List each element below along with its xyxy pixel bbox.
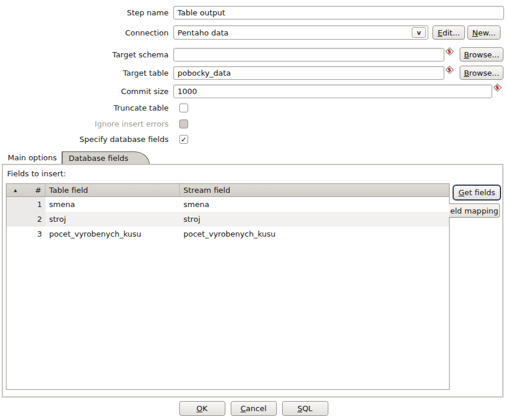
ignore-insert-errors-checkbox [179, 119, 188, 128]
commit-size-input[interactable] [173, 85, 492, 98]
tab-tail-decoration [134, 151, 150, 164]
table-row[interactable]: 2 stroj stroj [7, 212, 449, 227]
row-number: 1 [24, 197, 46, 212]
target-table-input[interactable] [173, 66, 444, 80]
new-connection-button[interactable]: New... [467, 25, 500, 40]
variable-diamond-icon: $ [445, 66, 454, 74]
enter-field-mapping-button[interactable]: eld mapping [449, 203, 500, 218]
ok-button[interactable]: OK [179, 401, 225, 416]
connection-value: Pentaho data [177, 28, 228, 37]
variable-diamond-icon: $ [493, 83, 502, 92]
truncate-table-checkbox[interactable] [179, 104, 188, 112]
target-schema-input[interactable] [173, 48, 444, 62]
target-table-label: Target table [0, 69, 173, 77]
stream-field-cell[interactable]: stroj [180, 212, 449, 227]
cancel-button[interactable]: Cancel [231, 401, 277, 416]
browse-table-button[interactable]: Browse... [460, 66, 503, 80]
tab-database-fields[interactable]: Database fields [62, 151, 134, 164]
specify-database-fields-checkbox[interactable]: ✓ [179, 135, 188, 144]
column-header-table-field[interactable]: Table field [46, 184, 180, 196]
truncate-table-label: Truncate table [0, 104, 173, 112]
column-header-stream-field[interactable]: Stream field [180, 184, 449, 196]
browse-schema-button[interactable]: Browse... [460, 47, 503, 62]
variable-diamond-icon: $ [445, 47, 454, 56]
table-field-cell[interactable]: stroj [46, 212, 180, 227]
table-output-dialog: Step name Connection Pentaho data v Edit… [0, 0, 507, 420]
specify-database-fields-label: Specify database fields [0, 135, 173, 144]
step-name-input[interactable] [173, 6, 504, 20]
table-field-cell[interactable]: smena [46, 197, 180, 212]
ignore-insert-errors-label: Ignore insert errors [0, 119, 173, 128]
tab-bar: Main options Database fields [3, 151, 134, 164]
tab-main-options[interactable]: Main options [3, 151, 62, 164]
stream-field-cell[interactable]: pocet_vyrobenych_kusu [180, 227, 449, 241]
fields-to-insert-panel: Fields to insert: ▲ # Table field Stream… [2, 164, 503, 398]
connection-select[interactable]: Pentaho data v [173, 25, 428, 40]
get-fields-button[interactable]: Get fields [453, 185, 501, 201]
edit-connection-button[interactable]: Edit... [432, 25, 465, 40]
column-header-num[interactable]: # [24, 184, 46, 196]
sql-button[interactable]: SQL [282, 401, 328, 416]
chevron-down-icon[interactable]: v [412, 27, 426, 38]
row-number: 3 [24, 227, 46, 241]
stream-field-cell[interactable]: smena [180, 197, 449, 212]
step-name-label: Step name [0, 8, 173, 17]
fields-table[interactable]: ▲ # Table field Stream field 1 smena sme… [6, 183, 450, 390]
sort-asc-icon[interactable]: ▲ [7, 184, 24, 196]
connection-label: Connection [0, 28, 173, 37]
row-number: 2 [24, 212, 46, 227]
fields-table-header[interactable]: ▲ # Table field Stream field [7, 184, 449, 197]
table-row[interactable]: 1 smena smena [7, 197, 449, 212]
fields-to-insert-title: Fields to insert: [7, 169, 66, 178]
target-schema-label: Target schema [0, 50, 173, 59]
footer-button-bar: OK Cancel SQL [0, 401, 507, 416]
table-row[interactable]: 3 pocet_vyrobenych_kusu pocet_vyrobenych… [7, 227, 449, 241]
commit-size-label: Commit size [0, 87, 173, 96]
table-field-cell[interactable]: pocet_vyrobenych_kusu [46, 227, 180, 241]
